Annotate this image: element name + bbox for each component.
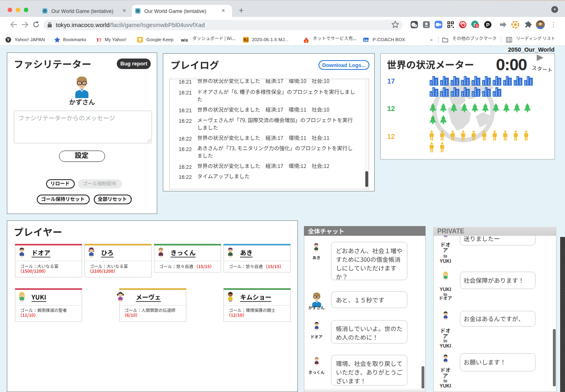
svg-text:wix: wix: [181, 38, 188, 42]
svg-text:box: box: [364, 38, 369, 42]
svg-text:Y!: Y!: [96, 37, 101, 43]
svg-text:1: 1: [476, 24, 478, 28]
svg-text:P: P: [486, 22, 490, 28]
